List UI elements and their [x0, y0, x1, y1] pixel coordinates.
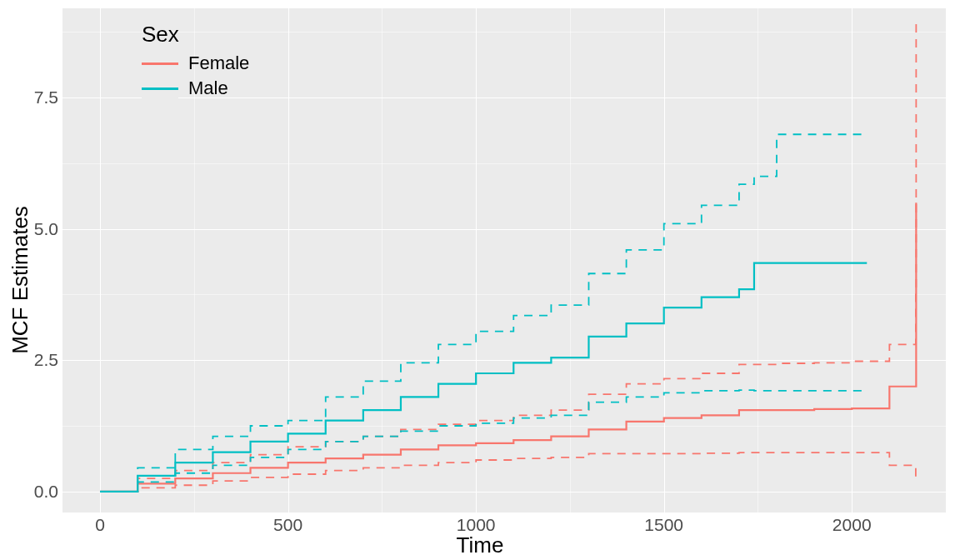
legend-item-male: Male — [142, 78, 249, 99]
mcf-chart: Sex Female Male MCF Estimates Time 05001… — [0, 0, 960, 560]
legend-item-female: Female — [142, 52, 249, 74]
line-female-lower — [100, 452, 916, 492]
x-axis-title: Time — [457, 532, 504, 558]
x-tick: 0 — [95, 515, 105, 535]
legend: Sex Female Male — [142, 22, 249, 99]
line-male-lower — [100, 390, 867, 492]
y-tick: 2.5 — [8, 350, 58, 370]
line-male-upper — [100, 134, 867, 492]
legend-swatch-male — [142, 78, 178, 98]
line-male-estimate — [100, 263, 867, 492]
x-tick: 2000 — [832, 515, 872, 535]
y-tick: 5.0 — [8, 219, 58, 239]
y-tick: 0.0 — [8, 482, 58, 502]
x-tick: 1500 — [644, 515, 683, 535]
legend-label-female: Female — [188, 52, 249, 74]
legend-swatch-female — [142, 53, 178, 73]
x-tick: 1000 — [457, 515, 496, 535]
line-female-estimate — [100, 202, 916, 492]
y-tick: 7.5 — [8, 88, 58, 108]
legend-label-male: Male — [188, 78, 228, 99]
plot-panel: Sex Female Male — [62, 8, 946, 512]
x-tick: 500 — [273, 515, 302, 535]
legend-title: Sex — [142, 22, 249, 48]
